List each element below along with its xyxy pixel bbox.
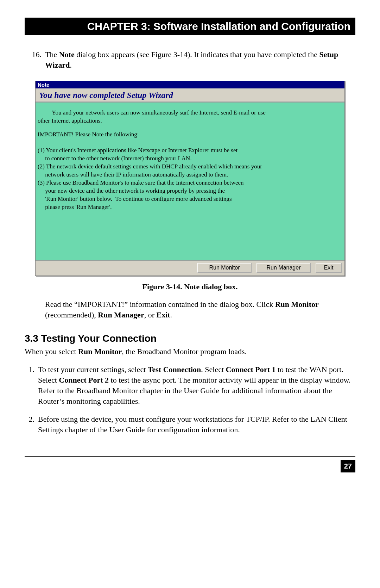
note-dialog: Note You have now completed Setup Wizard…	[35, 81, 345, 276]
step-text: The Note dialog box appears (see Figure …	[45, 49, 355, 70]
step-16: 16. The Note dialog box appears (see Fig…	[25, 49, 355, 70]
text: .	[70, 61, 72, 69]
item-number: 1.	[25, 364, 38, 406]
run-manager-button[interactable]: Run Manager	[256, 263, 311, 273]
bold-test-connection: Test Connection	[148, 365, 201, 374]
text: To test your current settings, select	[38, 365, 148, 374]
text: , the Broadband Monitor program loads.	[122, 347, 247, 356]
text: The	[45, 50, 59, 59]
text: , or	[144, 310, 157, 319]
text: When you select	[25, 347, 78, 356]
dialog-intro-line2: other Internet applications.	[38, 117, 341, 125]
bold-connect-port-2: Connect Port 2	[59, 376, 109, 384]
numbered-list: 1. To test your current settings, select…	[25, 364, 355, 435]
bold-note: Note	[59, 50, 75, 59]
text: . Select	[201, 365, 226, 374]
dialog-points: (1) Your client's Internet applications …	[38, 147, 341, 211]
page-number: 27	[341, 460, 355, 472]
list-item: 1. To test your current settings, select…	[25, 364, 355, 406]
dialog-body: You and your network users can now simul…	[36, 102, 344, 261]
item-number: 2.	[25, 414, 38, 435]
chapter-header-bar: CHAPTER 3: Software Installation and Con…	[25, 18, 355, 35]
post-figure-paragraph: Read the “IMPORTANT!” information contai…	[45, 299, 352, 320]
exit-button[interactable]: Exit	[316, 263, 342, 273]
dialog-button-bar: Run Monitor Run Manager Exit	[36, 261, 344, 276]
item-text: To test your current settings, select Te…	[38, 364, 355, 406]
figure-caption: Figure 3-14. Note dialog box.	[25, 282, 355, 291]
text: .	[170, 310, 172, 319]
dialog-important: IMPORTANT! Please Note the following:	[38, 131, 341, 139]
dialog-figure: Note You have now completed Setup Wizard…	[35, 81, 345, 276]
bold-exit: Exit	[156, 310, 170, 319]
section-3-3-heading: 3.3 Testing Your Connection	[25, 333, 355, 344]
page: CHAPTER 3: Software Installation and Con…	[0, 0, 380, 487]
item-text: Before using the device, you must config…	[38, 414, 355, 435]
dialog-heading: You have now completed Setup Wizard	[36, 88, 344, 102]
bold-run-monitor: Run Monitor	[275, 300, 319, 309]
text: Read the “IMPORTANT!” information contai…	[45, 300, 275, 309]
footer-rule	[25, 456, 355, 457]
dialog-titlebar: Note	[36, 81, 344, 88]
bold-run-manager: Run Manager	[98, 310, 144, 319]
run-monitor-button[interactable]: Run Monitor	[197, 263, 252, 273]
list-item: 2. Before using the device, you must con…	[25, 414, 355, 435]
section-intro: When you select Run Monitor, the Broadba…	[25, 346, 355, 357]
text: dialog box appears (see Figure 3-14). It…	[75, 50, 319, 59]
dialog-intro-line1: You and your network users can now simul…	[38, 109, 341, 117]
text: (recommended),	[45, 310, 98, 319]
bold-connect-port-1: Connect Port 1	[226, 365, 276, 374]
step-number: 16.	[25, 49, 45, 70]
bold-run-monitor: Run Monitor	[78, 347, 122, 356]
